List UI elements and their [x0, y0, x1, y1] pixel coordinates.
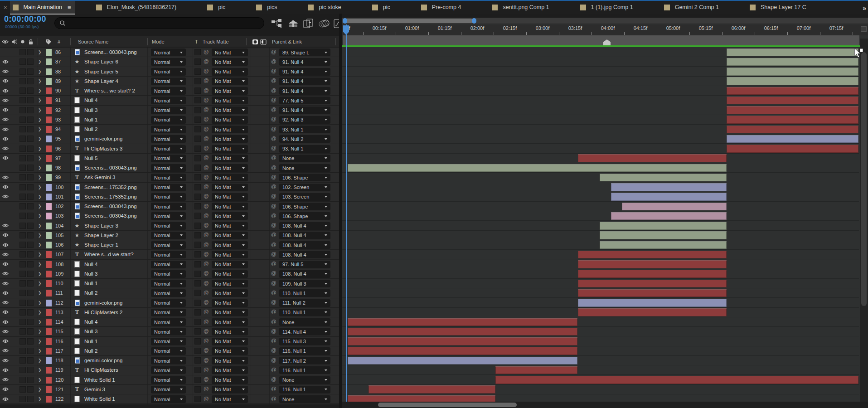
layer-name[interactable]: Null 1	[84, 337, 97, 346]
blend-mode-dropdown[interactable]: Normal	[151, 135, 186, 143]
video-column-icon[interactable]	[2, 36, 9, 47]
audio-toggle[interactable]	[19, 251, 26, 257]
layer-name[interactable]: Shape Layer 2	[84, 231, 118, 240]
parent-pickwhip-icon[interactable]: @	[271, 347, 276, 353]
layer-name[interactable]: Null 3	[84, 269, 97, 278]
layer-name[interactable]: Gemini 3	[84, 385, 105, 394]
visibility-eye-toggle[interactable]	[1, 134, 10, 143]
track-matte-pickwhip-icon[interactable]: @	[204, 222, 209, 228]
layer-name[interactable]: Shape Layer 1	[84, 240, 118, 249]
expand-arrow[interactable]: ❯	[38, 240, 42, 249]
visibility-eye-toggle[interactable]	[1, 86, 10, 95]
expand-arrow[interactable]: ❯	[38, 125, 42, 134]
track-matte-pickwhip-icon[interactable]: @	[204, 213, 209, 218]
solo-toggle[interactable]	[27, 357, 34, 364]
parent-link-dropdown[interactable]: 91. Null 4	[279, 107, 330, 114]
parent-pickwhip-icon[interactable]: @	[271, 107, 276, 112]
label-color-swatch[interactable]	[46, 49, 52, 56]
layer-name[interactable]: Hi ClipMasters 3	[84, 144, 122, 153]
preserve-transparency-toggle[interactable]	[194, 300, 201, 306]
blend-mode-dropdown[interactable]: Normal	[151, 97, 186, 104]
blend-mode-dropdown[interactable]: Normal	[151, 376, 186, 384]
blend-mode-dropdown[interactable]: Normal	[151, 232, 186, 239]
visibility-eye-toggle[interactable]	[1, 106, 10, 115]
label-color-swatch[interactable]	[46, 87, 52, 94]
composition-tab[interactable]: senttt.png Comp 1 ≡	[489, 1, 553, 14]
parent-pickwhip-icon[interactable]: @	[271, 193, 276, 199]
layer-duration-bar-99[interactable]	[600, 174, 727, 182]
expand-arrow[interactable]: ❯	[38, 279, 42, 288]
blend-mode-dropdown[interactable]: Normal	[151, 49, 186, 56]
composition-tab[interactable]: Gemini 2 Comp 1 ≡	[661, 1, 723, 14]
time-navigator-track[interactable]	[342, 18, 868, 24]
tab-close-icon[interactable]: ×	[4, 4, 7, 11]
visibility-eye-toggle[interactable]	[1, 221, 10, 230]
layer-duration-bar-88[interactable]	[727, 68, 858, 76]
visibility-eye-toggle[interactable]	[1, 260, 10, 269]
layer-duration-bar-120[interactable]	[495, 376, 858, 384]
track-matte-pickwhip-icon[interactable]: @	[204, 251, 209, 257]
layer-name[interactable]: Null 4	[84, 260, 97, 269]
parent-pickwhip-icon[interactable]: @	[271, 145, 276, 151]
preserve-transparency-toggle[interactable]	[194, 78, 201, 84]
parent-link-dropdown[interactable]: 91. Null 4	[279, 78, 330, 85]
preserve-transparency-toggle[interactable]	[194, 271, 201, 277]
navigator-start-cap[interactable]	[343, 18, 347, 24]
label-color-swatch[interactable]	[46, 261, 52, 268]
layer-duration-bar-108[interactable]	[578, 260, 727, 268]
visibility-eye-toggle[interactable]	[1, 385, 10, 394]
solo-toggle[interactable]	[27, 68, 34, 75]
blend-mode-dropdown[interactable]: Normal	[151, 145, 186, 153]
alpha-matte-icon[interactable]	[252, 36, 258, 47]
preserve-transparency-toggle[interactable]	[194, 290, 201, 296]
label-color-swatch[interactable]	[46, 357, 52, 364]
work-area-bar[interactable]	[343, 35, 859, 45]
track-matte-pickwhip-icon[interactable]: @	[204, 58, 209, 64]
visibility-eye-toggle[interactable]	[1, 96, 10, 105]
blend-mode-dropdown[interactable]: Normal	[151, 68, 186, 76]
composition-tab[interactable]: pics ≡	[253, 1, 281, 14]
preserve-transparency-toggle[interactable]	[194, 377, 201, 383]
track-matte-pickwhip-icon[interactable]: @	[204, 78, 209, 83]
label-color-swatch[interactable]	[46, 300, 52, 306]
preserve-transparency-toggle[interactable]	[194, 203, 201, 209]
solo-toggle[interactable]	[27, 348, 34, 354]
track-matte-pickwhip-icon[interactable]: @	[204, 184, 209, 189]
label-color-swatch[interactable]	[46, 367, 52, 374]
expand-arrow[interactable]: ❯	[38, 202, 42, 211]
expand-arrow[interactable]: ❯	[38, 250, 42, 259]
track-matte-pickwhip-icon[interactable]: @	[204, 107, 209, 112]
parent-pickwhip-icon[interactable]: @	[271, 58, 276, 64]
tab-menu-icon[interactable]: ≡	[68, 4, 71, 11]
visibility-eye-toggle[interactable]	[1, 192, 10, 201]
composition-tab[interactable]: Pre-comp 4 ≡	[418, 1, 466, 14]
parent-pickwhip-icon[interactable]: @	[271, 251, 276, 257]
layer-duration-bar-102[interactable]	[622, 203, 727, 211]
label-color-swatch[interactable]	[46, 174, 52, 181]
parent-pickwhip-icon[interactable]: @	[271, 261, 276, 266]
track-matte-pickwhip-icon[interactable]: @	[204, 165, 209, 170]
blend-mode-dropdown[interactable]: Normal	[151, 193, 186, 201]
parent-pickwhip-icon[interactable]: @	[271, 165, 276, 170]
track-matte-dropdown[interactable]: No Mat	[212, 280, 248, 287]
solo-toggle[interactable]	[27, 271, 34, 277]
visibility-eye-toggle[interactable]	[1, 115, 10, 124]
parent-pickwhip-icon[interactable]: @	[271, 299, 276, 305]
track-matte-pickwhip-icon[interactable]: @	[204, 97, 209, 102]
layer-name[interactable]: Hi ClipMasters 2	[84, 308, 122, 317]
label-color-swatch[interactable]	[46, 58, 52, 65]
audio-toggle[interactable]	[19, 319, 26, 325]
track-matte-pickwhip-icon[interactable]: @	[204, 87, 209, 93]
horizontal-scrollbar-handle[interactable]	[378, 403, 517, 407]
parent-pickwhip-icon[interactable]: @	[271, 338, 276, 343]
track-matte-dropdown[interactable]: No Mat	[212, 386, 248, 393]
blend-mode-dropdown[interactable]: Normal	[151, 116, 186, 124]
solo-toggle[interactable]	[27, 319, 34, 325]
track-matte-dropdown[interactable]: No Mat	[212, 299, 248, 307]
preserve-transparency-toggle[interactable]	[194, 357, 201, 364]
label-color-swatch[interactable]	[46, 165, 52, 171]
preserve-transparency-toggle[interactable]	[194, 49, 201, 55]
track-matte-dropdown[interactable]: No Mat	[212, 309, 248, 316]
track-matte-dropdown[interactable]: No Mat	[212, 87, 248, 95]
parent-link-dropdown[interactable]: 93. Null 1	[279, 145, 330, 153]
